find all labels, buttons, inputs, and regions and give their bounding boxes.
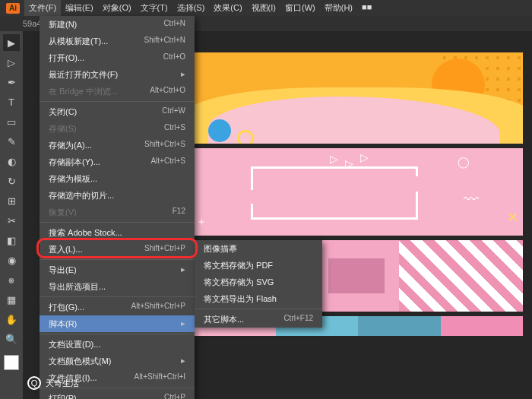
menu-item-0[interactable]: 新建(N)Ctrl+N	[40, 16, 195, 33]
menu-item-3[interactable]: 最近打开的文件(F)▸	[40, 66, 195, 83]
menu-2[interactable]: 对象(O)	[98, 0, 136, 16]
menu-item-3[interactable]: 将文档导出为 Flash	[195, 290, 322, 307]
tool-5[interactable]: ✎	[3, 133, 20, 150]
menu-item-23[interactable]: 文档设置(D)...	[40, 336, 195, 353]
menu-item-14[interactable]: 搜索 Adobe Stock...	[40, 224, 195, 241]
menu-item-15[interactable]: 置入(L)...Shift+Ctrl+P	[40, 241, 195, 258]
menu-1[interactable]: 编辑(E)	[61, 0, 98, 16]
tool-3[interactable]: T	[3, 93, 20, 110]
tool-12[interactable]: ⎈	[3, 271, 20, 288]
artboard-group: ▷ ▷ ▷ 〰 ✕ ◯ ＋	[193, 52, 523, 380]
menu-item-0[interactable]: 图像描摹	[195, 240, 322, 257]
menu-item-1[interactable]: 将文档存储为 PDF	[195, 257, 322, 274]
scripts-submenu[interactable]: 图像描摹将文档存储为 PDF将文档存储为 SVG将文档导出为 Flash其它脚本…	[195, 240, 322, 328]
menu-item-12: 恢复(V)F12	[40, 204, 195, 220]
menu-item-2[interactable]: 打开(O)...Ctrl+O	[40, 49, 195, 66]
tool-10[interactable]: ◧	[3, 232, 20, 249]
menu-item-1[interactable]: 从模板新建(T)...Shift+Ctrl+N	[40, 33, 195, 49]
menu-item-24[interactable]: 文档颜色模式(M)▸	[40, 353, 195, 369]
tool-14[interactable]: ✋	[3, 311, 20, 328]
menu-8[interactable]: 帮助(H)	[320, 0, 357, 16]
artboard-2: ▷ ▷ ▷ 〰 ✕ ◯ ＋	[193, 148, 523, 236]
tool-0[interactable]: ▶	[3, 34, 20, 51]
color-swatch[interactable]	[4, 355, 19, 370]
artboard-1	[193, 52, 523, 144]
menu-5[interactable]: 效果(C)	[209, 0, 246, 16]
watermark: Q 天奇生活	[27, 376, 79, 390]
menu-item-8[interactable]: 存储为(A)...Shift+Ctrl+S	[40, 137, 195, 154]
menu-4[interactable]: 选择(S)	[173, 0, 210, 16]
tool-2[interactable]: ✒	[3, 74, 20, 90]
menu-item-18[interactable]: 导出所选项目...	[40, 278, 195, 295]
menu-6[interactable]: 视图(I)	[247, 0, 280, 16]
menu-item-9[interactable]: 存储副本(Y)...Alt+Ctrl+S	[40, 154, 195, 170]
menu-9[interactable]: ■■	[357, 0, 376, 16]
file-menu-dropdown[interactable]: 新建(N)Ctrl+N从模板新建(T)...Shift+Ctrl+N打开(O).…	[40, 16, 195, 399]
tool-13[interactable]: ▦	[3, 291, 20, 308]
menu-7[interactable]: 窗口(W)	[280, 0, 320, 16]
tool-15[interactable]: 🔍	[3, 331, 20, 347]
menu-item-2[interactable]: 将文档存储为 SVG	[195, 274, 322, 290]
watermark-icon: Q	[27, 376, 41, 390]
watermark-text: 天奇生活	[46, 378, 79, 389]
menu-item-27[interactable]: 打印(P)...Ctrl+P	[40, 390, 195, 399]
menu-item-4: 在 Bridge 中浏览...Alt+Ctrl+O	[40, 83, 195, 100]
tool-7[interactable]: ↻	[3, 173, 20, 189]
menu-item-5[interactable]: 其它脚本...Ctrl+F12	[195, 311, 322, 328]
menu-item-7: 存储(S)Ctrl+S	[40, 120, 195, 137]
tool-panel: ▶▷✒T▭✎◐↻⊞✂◧◉⎈▦✋🔍	[0, 31, 23, 399]
menu-3[interactable]: 文字(T)	[136, 0, 173, 16]
tool-1[interactable]: ▷	[3, 54, 20, 71]
tool-11[interactable]: ◉	[3, 252, 20, 268]
menu-0[interactable]: 文件(F)	[24, 0, 61, 16]
menu-item-11[interactable]: 存储选中的切片...	[40, 187, 195, 204]
menu-item-6[interactable]: 关闭(C)Ctrl+W	[40, 103, 195, 120]
tool-8[interactable]: ⊞	[3, 192, 20, 209]
menu-item-21[interactable]: 脚本(R)▸	[40, 315, 195, 332]
tool-4[interactable]: ▭	[3, 113, 20, 130]
app-icon: Ai	[6, 3, 20, 14]
menu-item-17[interactable]: 导出(E)▸	[40, 261, 195, 278]
tool-9[interactable]: ✂	[3, 212, 20, 229]
menubar: Ai 文件(F)编辑(E)对象(O)文字(T)选择(S)效果(C)视图(I)窗口…	[0, 0, 532, 16]
menu-item-10[interactable]: 存储为模板...	[40, 170, 195, 187]
tool-6[interactable]: ◐	[3, 153, 20, 169]
menu-item-20[interactable]: 打包(G)...Alt+Shift+Ctrl+P	[40, 299, 195, 315]
